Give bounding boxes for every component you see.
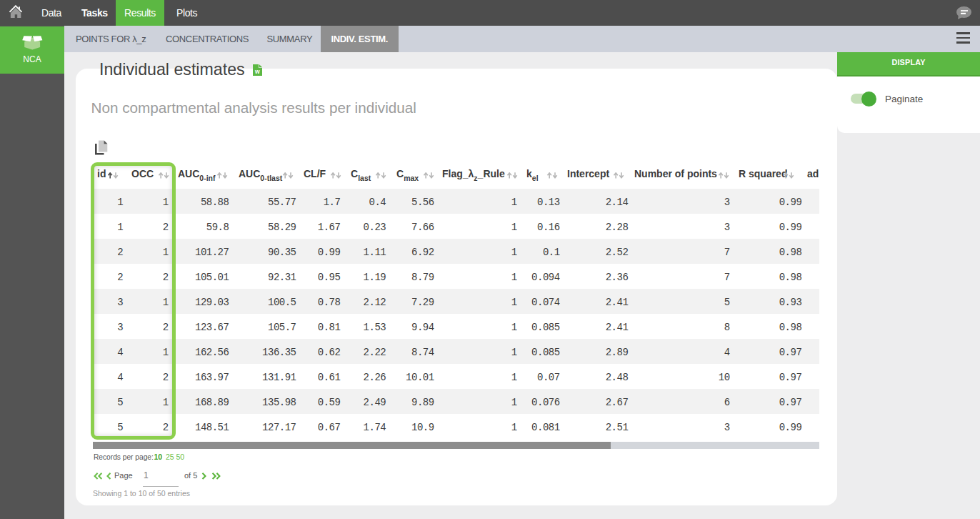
- svg-text:w: w: [254, 68, 260, 75]
